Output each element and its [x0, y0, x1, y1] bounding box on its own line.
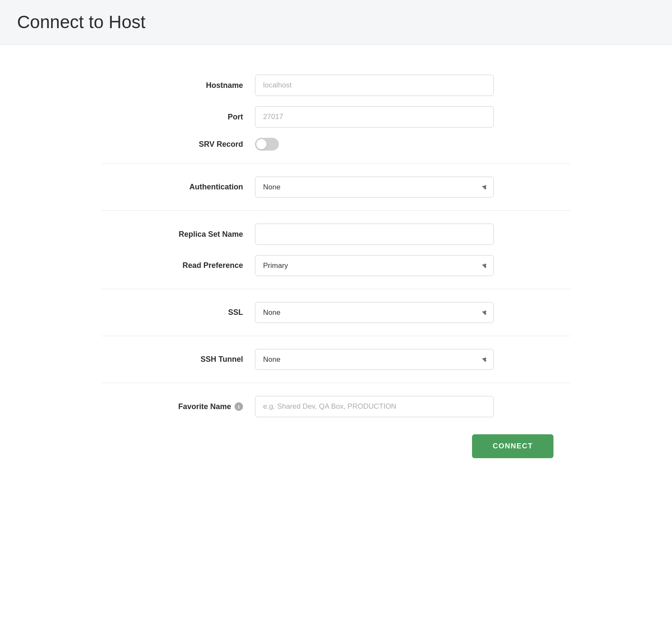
header: Connect to Host: [0, 0, 672, 45]
port-label: Port: [119, 113, 255, 122]
hostname-label: Hostname: [119, 81, 255, 90]
srv-record-row: SRV Record: [119, 138, 553, 151]
ssh-section: SSH Tunnel None Use Password Use Identit…: [101, 336, 571, 383]
authentication-select[interactable]: None Username / Password X.509 Kerberos …: [255, 177, 494, 198]
srv-record-label: SRV Record: [119, 140, 255, 149]
ssl-label: SSL: [119, 308, 255, 317]
favorite-name-label: Favorite Name i: [119, 402, 255, 411]
ssh-tunnel-label: SSH Tunnel: [119, 355, 255, 364]
replica-section: Replica Set Name Read Preference Primary…: [101, 211, 571, 289]
favorite-name-info-icon[interactable]: i: [235, 402, 243, 411]
page-title: Connect to Host: [17, 12, 655, 32]
authentication-row: Authentication None Username / Password …: [119, 177, 553, 198]
replica-set-control: [255, 224, 494, 245]
favorite-name-input[interactable]: [255, 396, 494, 417]
connect-button-row: CONNECT: [119, 427, 553, 458]
ssl-select[interactable]: None System CA / Atlas Server Validation…: [255, 302, 494, 323]
read-preference-select[interactable]: Primary Primary Preferred Secondary Seco…: [255, 255, 494, 276]
hostname-input[interactable]: [255, 75, 494, 96]
read-preference-row: Read Preference Primary Primary Preferre…: [119, 255, 553, 276]
replica-set-row: Replica Set Name: [119, 224, 553, 245]
port-control: [255, 106, 494, 128]
port-row: Port: [119, 106, 553, 128]
ssh-tunnel-control: None Use Password Use Identity File: [255, 349, 494, 370]
ssh-tunnel-row: SSH Tunnel None Use Password Use Identit…: [119, 349, 553, 370]
replica-set-input[interactable]: [255, 224, 494, 245]
favorite-name-control: [255, 396, 494, 417]
srv-record-control: [255, 138, 494, 151]
authentication-label: Authentication: [119, 183, 255, 192]
authentication-section: Authentication None Username / Password …: [101, 164, 571, 211]
form-container: Hostname Port SRV Record Authenticatio: [101, 45, 571, 488]
favorite-section: Favorite Name i CONNECT: [101, 383, 571, 471]
authentication-control: None Username / Password X.509 Kerberos …: [255, 177, 494, 198]
read-preference-label: Read Preference: [119, 261, 255, 270]
hostname-control: [255, 75, 494, 96]
read-preference-control: Primary Primary Preferred Secondary Seco…: [255, 255, 494, 276]
hostname-row: Hostname: [119, 75, 553, 96]
connection-section: Hostname Port SRV Record: [101, 62, 571, 164]
favorite-name-row: Favorite Name i: [119, 396, 553, 417]
toggle-slider: [255, 138, 279, 151]
ssl-row: SSL None System CA / Atlas Server Valida…: [119, 302, 553, 323]
connect-button[interactable]: CONNECT: [472, 434, 553, 458]
port-input[interactable]: [255, 106, 494, 128]
ssl-section: SSL None System CA / Atlas Server Valida…: [101, 289, 571, 336]
ssl-control: None System CA / Atlas Server Validation…: [255, 302, 494, 323]
replica-set-label: Replica Set Name: [119, 230, 255, 239]
srv-record-toggle[interactable]: [255, 138, 279, 151]
ssh-tunnel-select[interactable]: None Use Password Use Identity File: [255, 349, 494, 370]
